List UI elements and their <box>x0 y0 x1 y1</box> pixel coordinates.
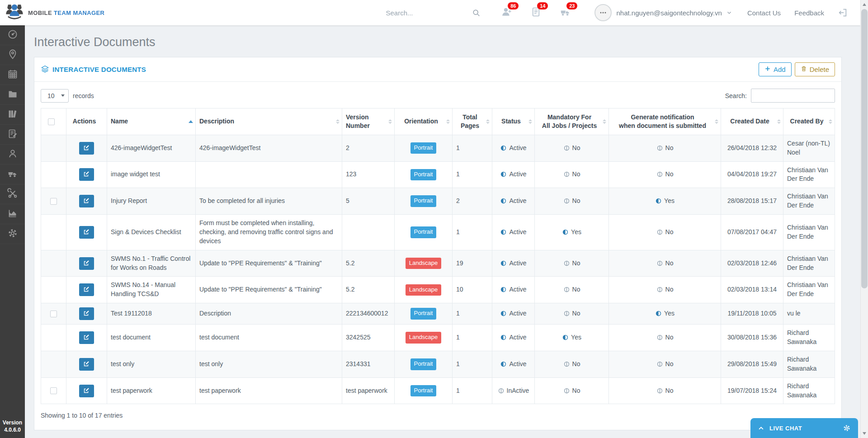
toggle-cell: No <box>535 161 609 188</box>
orientation-cell: Portrait <box>395 377 453 404</box>
sidebar-item-reports[interactable] <box>0 204 25 224</box>
sidebar-item-documents[interactable] <box>0 85 25 105</box>
edit-button[interactable] <box>79 226 94 239</box>
add-button[interactable]: Add <box>759 62 792 76</box>
toggle-label: No <box>665 286 674 293</box>
edit-button[interactable] <box>79 307 94 320</box>
row-checkbox[interactable] <box>50 387 57 394</box>
toggle-cell: No <box>535 135 609 161</box>
toggle-off-icon <box>656 286 663 293</box>
edit-button[interactable] <box>79 385 94 397</box>
toggle-cell: No <box>609 325 721 351</box>
toggle-label: No <box>665 170 674 178</box>
select-all-checkbox[interactable] <box>48 118 55 125</box>
actions-cell <box>66 250 107 277</box>
column-header-version[interactable]: Version Number <box>342 108 395 135</box>
contact-us-link[interactable]: Contact Us <box>747 9 781 17</box>
sidebar-item-users[interactable] <box>0 145 25 165</box>
column-label: Created Date <box>730 118 769 125</box>
pages-cell: 1 <box>453 377 492 404</box>
gear-icon[interactable] <box>843 424 851 432</box>
edit-button[interactable] <box>79 142 94 155</box>
column-header-status[interactable]: Status <box>492 108 535 135</box>
sidebar-item-scheduler[interactable] <box>0 65 25 85</box>
orientation-badge: Portrait <box>410 358 437 370</box>
row-checkbox[interactable] <box>50 311 57 317</box>
toggle-cell: Active <box>492 277 535 303</box>
select-cell <box>41 188 66 215</box>
sidebar-item-library[interactable] <box>0 105 25 125</box>
toggle-off-icon <box>656 361 663 367</box>
sort-icon <box>336 119 340 124</box>
column-header-pages[interactable]: Total Pages <box>453 108 492 135</box>
toggle-off-icon <box>563 361 570 367</box>
toggle-cell: Yes <box>609 303 721 325</box>
live-chat-bar[interactable]: LIVE CHAT <box>750 418 858 438</box>
column-header-orientation[interactable]: Orientation <box>395 108 453 135</box>
feedback-link[interactable]: Feedback <box>794 9 824 17</box>
table-search-input[interactable] <box>751 89 835 103</box>
edit-button[interactable] <box>79 331 94 344</box>
edit-icon <box>83 170 90 179</box>
toggle-label: Yes <box>571 334 581 341</box>
edit-button[interactable] <box>79 168 94 181</box>
search-icon[interactable] <box>472 8 481 18</box>
edit-button[interactable] <box>79 283 94 296</box>
sidebar-item-dashboard[interactable] <box>0 25 25 45</box>
sidebar-item-plant-equipment[interactable] <box>0 165 25 184</box>
notification-forms[interactable]: 14 <box>530 6 542 19</box>
delete-button[interactable]: Delete <box>795 62 835 76</box>
toggle-label: Active <box>509 228 526 235</box>
column-header-name[interactable]: Name <box>107 108 196 135</box>
user-menu[interactable]: nhat.nguyen@saigontechnology.vn <box>594 4 731 21</box>
trash-icon <box>801 66 807 73</box>
column-header-description[interactable]: Description <box>196 108 342 135</box>
global-search-input[interactable] <box>386 9 453 17</box>
notification-plant[interactable]: 23 <box>560 6 571 19</box>
notification-staff[interactable]: 86 <box>501 6 512 19</box>
records-per-page-select[interactable]: 10 <box>41 89 69 103</box>
created-by-cell: Christiaan Van Der Ende <box>783 188 835 215</box>
scrollbar-thumb[interactable] <box>861 9 868 288</box>
created-date-cell: 26/04/2018 12:32 <box>721 135 783 161</box>
sidebar-item-locations[interactable] <box>0 45 25 65</box>
app-logo[interactable]: MOBILE TEAM MANAGER <box>5 3 118 23</box>
select-cell <box>41 277 66 303</box>
table-row: test onlytest only2314331Portrait1Active… <box>41 351 835 377</box>
column-header-select[interactable] <box>41 108 66 135</box>
edit-button[interactable] <box>79 358 94 371</box>
column-header-actions: Actions <box>66 108 107 135</box>
logout-icon[interactable] <box>838 8 848 18</box>
scroll-up-arrow[interactable] <box>863 3 866 6</box>
name-cell: test only <box>107 351 196 377</box>
sidebar: Version 4.0.6.0 <box>0 25 25 438</box>
created-by-cell: Richard Sawanaka <box>783 377 835 404</box>
table-search-label: Search: <box>725 92 747 99</box>
sidebar-item-settings[interactable] <box>0 224 25 244</box>
page-scrollbar[interactable] <box>860 0 868 438</box>
toggle-off-icon <box>563 387 570 394</box>
column-header-notification[interactable]: Generate notification when document is s… <box>609 108 721 135</box>
sort-icon <box>388 119 392 124</box>
toggle-off-icon <box>656 229 663 235</box>
sort-icon <box>603 119 606 124</box>
toggle-label: No <box>572 387 580 394</box>
toggle-on-icon <box>500 171 507 178</box>
notification-badge: 23 <box>566 2 577 9</box>
layers-icon <box>41 65 49 75</box>
edit-icon <box>83 228 90 236</box>
edit-button[interactable] <box>79 257 94 270</box>
edit-button[interactable] <box>79 195 94 207</box>
orientation-badge: Landscape <box>406 258 442 269</box>
scroll-down-arrow[interactable] <box>863 432 866 435</box>
created-date-cell: 28/08/2018 15:17 <box>721 188 783 215</box>
row-checkbox[interactable] <box>50 198 57 205</box>
sidebar-item-interactive-documents[interactable] <box>0 125 25 145</box>
toggle-cell: No <box>535 188 609 215</box>
column-header-mandatory[interactable]: Mandatory For All Jobs / Projects <box>535 108 609 135</box>
gear-icon <box>7 228 18 240</box>
column-header-created_by[interactable]: Created By <box>783 108 835 135</box>
column-header-created_date[interactable]: Created Date <box>721 108 783 135</box>
sort-icon <box>777 119 781 124</box>
sidebar-item-tools[interactable] <box>0 184 25 204</box>
